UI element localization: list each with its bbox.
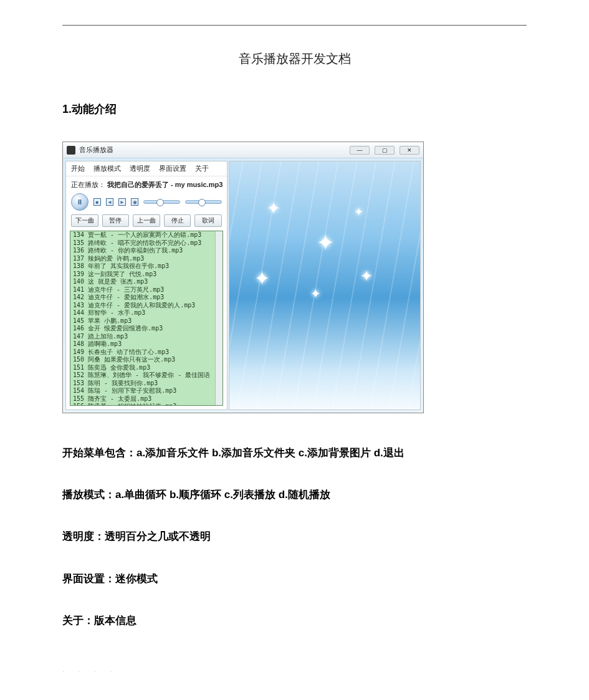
list-item[interactable]: 148 踏啊嘞.mp3	[70, 340, 223, 348]
lyrics-button[interactable]: 歌词	[194, 214, 222, 227]
left-panel: 开始 播放模式 透明度 界面设置 关于 正在播放： 我把自己的爱弄丢了 - my…	[65, 161, 227, 410]
list-item[interactable]: 141 迪克牛仔 - 三万英尺.mp3	[70, 286, 223, 294]
sparkle-icon: ✦	[254, 267, 270, 289]
list-item[interactable]: 153 陈明 - 我要找到你.mp3	[70, 380, 223, 388]
prev-track-button[interactable]: 上一曲	[133, 214, 160, 227]
volume-slider[interactable]	[143, 200, 180, 204]
list-item[interactable]: 155 隋齐宝 - 太委屈.mp3	[70, 395, 223, 403]
sparkle-icon: ✦	[267, 199, 280, 218]
list-item[interactable]: 138 年前了 其实我很在乎你.mp3	[70, 262, 223, 271]
list-item[interactable]: 137 辣妈的爱 许鹤.mp3	[70, 255, 223, 263]
list-item[interactable]: 156 陈承基 - 姐姐妹妹站起来.mp3	[70, 403, 223, 406]
list-item[interactable]: 152 陈慧琳、刘德华 - 我不够爱你 - 最佳国语	[70, 372, 223, 380]
list-item[interactable]: 140 这 就是爱 张杰.mp3	[70, 278, 223, 286]
app-screenshot: 音乐播放器 — ▢ ✕ 开始 播放模式 透明度 界面设置 关于 正在播放：	[62, 141, 424, 413]
next-icon[interactable]: ►	[118, 198, 126, 206]
maximize-button[interactable]: ▢	[375, 146, 395, 155]
page-footnote: . . . .	[62, 666, 527, 673]
menu-start[interactable]: 开始	[71, 164, 85, 173]
minimize-button[interactable]: —	[350, 146, 370, 155]
next-track-button[interactable]: 下一曲	[71, 214, 98, 227]
list-item[interactable]: 142 迪克牛仔 - 爱如潮水.mp3	[70, 294, 223, 302]
top-rule	[62, 25, 527, 26]
sparkle-icon: ✦	[310, 286, 321, 301]
menu-opacity[interactable]: 透明度	[130, 164, 150, 173]
pause-button[interactable]: 暂停	[102, 214, 130, 227]
sparkle-icon: ✦	[360, 267, 373, 285]
paragraph-opacity: 透明度：透明百分之几或不透明	[62, 528, 527, 545]
transport-controls: II ■ ◄ ► ◉	[66, 191, 227, 214]
list-item[interactable]: 135 路绮欧 - 唱不完的情歌伤不完的心.mp3	[70, 239, 223, 247]
list-item[interactable]: 139 这一刻我哭了 代悦.mp3	[70, 271, 223, 279]
button-row: 下一曲 暂停 上一曲 停止 歌词	[66, 214, 227, 231]
list-item[interactable]: 151 陈奕迅 全你爱我.mp3	[70, 364, 223, 372]
list-item[interactable]: 145 苹果 小鹏.mp3	[70, 317, 223, 325]
playlist[interactable]: 134 贾一航 - 一个人的寂寞两个人的错.mp3135 路绮欧 - 唱不完的情…	[70, 231, 223, 406]
paragraph-about: 关于：版本信息	[62, 612, 527, 629]
now-playing-label: 正在播放：	[71, 181, 105, 188]
window-titlebar: 音乐播放器 — ▢ ✕	[63, 142, 423, 158]
now-playing-track: 我把自己的爱弄丢了 - my music.mp3	[107, 181, 223, 188]
sparkle-icon: ✦	[354, 205, 363, 219]
list-item[interactable]: 149 长春虫子 动了情伤了心.mp3	[70, 348, 223, 357]
volume-icon[interactable]: ◉	[131, 198, 138, 206]
list-item[interactable]: 150 阿桑 如果爱你只有这一次.mp3	[70, 356, 223, 364]
list-item[interactable]: 154 陈瑞 - 别用下辈子安慰我.mp3	[70, 387, 223, 395]
close-button[interactable]: ✕	[400, 146, 419, 155]
stop-icon[interactable]: ■	[93, 198, 101, 206]
paragraph-start-menu: 开始菜单包含：a.添加音乐文件 b.添加音乐文件夹 c.添加背景图片 d.退出	[62, 444, 527, 461]
menubar: 开始 播放模式 透明度 界面设置 关于	[66, 161, 227, 176]
seek-slider[interactable]	[185, 200, 222, 204]
paragraph-play-mode: 播放模式：a.单曲循环 b.顺序循环 c.列表播放 d.随机播放	[62, 486, 527, 503]
list-item[interactable]: 147 踏上加珀.mp3	[70, 333, 223, 341]
menu-ui[interactable]: 界面设置	[159, 164, 186, 173]
play-pause-button[interactable]: II	[71, 193, 89, 211]
app-icon	[67, 146, 75, 155]
window-title: 音乐播放器	[79, 145, 113, 155]
playlist-scrollbar[interactable]	[215, 231, 223, 405]
prev-icon[interactable]: ◄	[106, 198, 113, 206]
menu-about[interactable]: 关于	[195, 164, 209, 173]
document-title: 音乐播放器开发文档	[62, 50, 527, 67]
list-item[interactable]: 136 路绮欧 - 你的幸福刺伤了我.mp3	[70, 247, 223, 255]
list-item[interactable]: 134 贾一航 - 一个人的寂寞两个人的错.mp3	[70, 231, 223, 239]
list-item[interactable]: 144 郑智华 - 水手.mp3	[70, 309, 223, 317]
section-1-heading: 1.动能介绍	[62, 102, 527, 117]
stop-button[interactable]: 停止	[164, 214, 191, 227]
menu-playmode[interactable]: 播放模式	[93, 164, 121, 173]
list-item[interactable]: 143 迪克牛仔 - 爱我的人和我爱的人.mp3	[70, 302, 223, 310]
list-item[interactable]: 146 金开 恨爱爱回恨透你.mp3	[70, 325, 223, 333]
now-playing: 正在播放： 我把自己的爱弄丢了 - my music.mp3	[66, 176, 227, 191]
paragraph-ui: 界面设置：迷你模式	[62, 570, 527, 587]
background-pane: ✦ ✦ ✦ ✦ ✦ ✦	[229, 161, 421, 410]
sparkle-icon: ✦	[317, 230, 334, 255]
